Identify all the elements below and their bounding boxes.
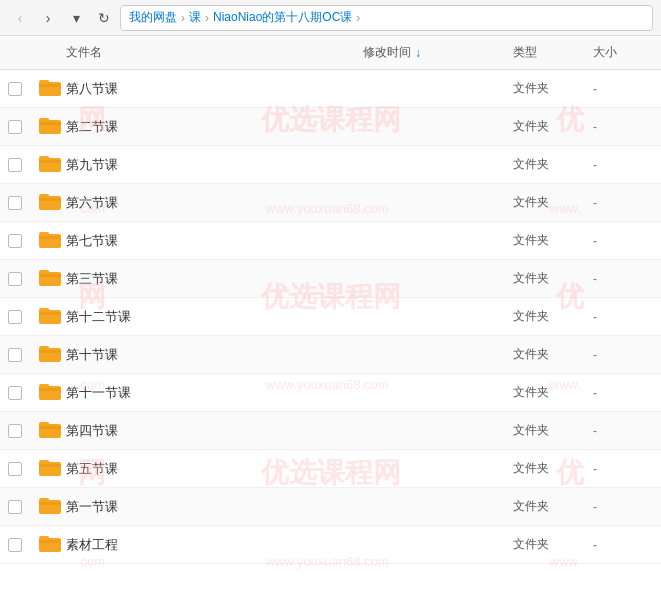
svg-rect-11	[39, 274, 61, 277]
svg-rect-17	[39, 388, 61, 391]
svg-rect-25	[39, 540, 61, 543]
breadcrumb-ke[interactable]: 课	[189, 9, 201, 26]
table-row[interactable]: 第二节课文件夹-	[0, 108, 661, 146]
file-name: 第七节课	[66, 232, 363, 250]
file-name: 第二节课	[66, 118, 363, 136]
file-size: -	[593, 310, 653, 324]
table-row[interactable]: 第十节课文件夹-	[0, 336, 661, 374]
file-checkbox[interactable]	[8, 424, 22, 438]
table-row[interactable]: 第一节课文件夹-	[0, 488, 661, 526]
dropdown-button[interactable]: ▾	[64, 6, 88, 30]
file-type: 文件夹	[513, 118, 593, 135]
breadcrumb-sep-3: ›	[356, 11, 360, 25]
header-size[interactable]: 大小	[593, 44, 653, 61]
breadcrumb-course[interactable]: NiaoNiao的第十八期OC课	[213, 9, 352, 26]
table-row[interactable]: 第十二节课文件夹-	[0, 298, 661, 336]
file-size: -	[593, 386, 653, 400]
file-type: 文件夹	[513, 460, 593, 477]
table-row[interactable]: 第十一节课文件夹-	[0, 374, 661, 412]
file-name: 第九节课	[66, 156, 363, 174]
svg-rect-7	[39, 198, 61, 201]
breadcrumb-sep-2: ›	[205, 11, 209, 25]
svg-rect-19	[39, 426, 61, 429]
nav-bar: ‹ › ▾ ↻ 我的网盘 › 课 › NiaoNiao的第十八期OC课 ›	[0, 0, 661, 36]
breadcrumb-sep-1: ›	[181, 11, 185, 25]
folder-icon	[38, 305, 62, 325]
folder-icon	[38, 153, 62, 173]
refresh-button[interactable]: ↻	[92, 6, 116, 30]
file-checkbox[interactable]	[8, 272, 22, 286]
table-header: 文件名 修改时间 ↓ 类型 大小	[0, 36, 661, 70]
file-name: 素材工程	[66, 536, 363, 554]
header-filename[interactable]: 文件名	[66, 44, 363, 61]
file-type: 文件夹	[513, 346, 593, 363]
file-name: 第十二节课	[66, 308, 363, 326]
table-row[interactable]: 第九节课文件夹-	[0, 146, 661, 184]
file-name: 第十节课	[66, 346, 363, 364]
file-checkbox[interactable]	[8, 462, 22, 476]
file-rows-container: 第八节课文件夹-第二节课文件夹-第九节课文件夹-第六节课文件夹-第七节课文件夹-…	[0, 70, 661, 564]
file-type: 文件夹	[513, 232, 593, 249]
file-size: -	[593, 158, 653, 172]
file-checkbox[interactable]	[8, 348, 22, 362]
file-name: 第六节课	[66, 194, 363, 212]
file-type: 文件夹	[513, 194, 593, 211]
file-checkbox[interactable]	[8, 234, 22, 248]
file-size: -	[593, 500, 653, 514]
table-row[interactable]: 第八节课文件夹-	[0, 70, 661, 108]
file-checkbox[interactable]	[8, 158, 22, 172]
file-type: 文件夹	[513, 498, 593, 515]
header-modified[interactable]: 修改时间 ↓	[363, 44, 513, 61]
svg-rect-5	[39, 160, 61, 163]
file-checkbox[interactable]	[8, 500, 22, 514]
file-size: -	[593, 424, 653, 438]
file-checkbox[interactable]	[8, 120, 22, 134]
breadcrumb-mydisk[interactable]: 我的网盘	[129, 9, 177, 26]
file-type: 文件夹	[513, 156, 593, 173]
svg-rect-21	[39, 464, 61, 467]
file-type: 文件夹	[513, 422, 593, 439]
file-name: 第八节课	[66, 80, 363, 98]
file-type: 文件夹	[513, 270, 593, 287]
folder-icon	[38, 381, 62, 401]
file-type: 文件夹	[513, 536, 593, 553]
folder-icon	[38, 191, 62, 211]
file-name: 第十一节课	[66, 384, 363, 402]
folder-icon	[38, 229, 62, 249]
file-size: -	[593, 348, 653, 362]
file-checkbox[interactable]	[8, 310, 22, 324]
table-row[interactable]: 第三节课文件夹-	[0, 260, 661, 298]
svg-rect-13	[39, 312, 61, 315]
header-type[interactable]: 类型	[513, 44, 593, 61]
file-type: 文件夹	[513, 384, 593, 401]
table-row[interactable]: 第六节课文件夹-	[0, 184, 661, 222]
table-row[interactable]: 素材工程文件夹-	[0, 526, 661, 564]
table-row[interactable]: 第五节课文件夹-	[0, 450, 661, 488]
back-button[interactable]: ‹	[8, 6, 32, 30]
folder-icon	[38, 115, 62, 135]
folder-icon	[38, 495, 62, 515]
file-size: -	[593, 462, 653, 476]
breadcrumb: 我的网盘 › 课 › NiaoNiao的第十八期OC课 ›	[120, 5, 653, 31]
svg-rect-15	[39, 350, 61, 353]
file-name: 第三节课	[66, 270, 363, 288]
forward-button[interactable]: ›	[36, 6, 60, 30]
table-row[interactable]: 第七节课文件夹-	[0, 222, 661, 260]
table-row[interactable]: 第四节课文件夹-	[0, 412, 661, 450]
svg-rect-9	[39, 236, 61, 239]
folder-icon	[38, 77, 62, 97]
svg-rect-3	[39, 122, 61, 125]
file-checkbox[interactable]	[8, 196, 22, 210]
file-list: 网 优选课程网 优 com www.youxuan68.com www. 网 优…	[0, 70, 661, 600]
file-size: -	[593, 538, 653, 552]
file-checkbox[interactable]	[8, 82, 22, 96]
file-size: -	[593, 196, 653, 210]
file-name: 第五节课	[66, 460, 363, 478]
folder-icon	[38, 419, 62, 439]
file-checkbox[interactable]	[8, 386, 22, 400]
file-checkbox[interactable]	[8, 538, 22, 552]
folder-icon	[38, 533, 62, 553]
folder-icon	[38, 267, 62, 287]
file-type: 文件夹	[513, 80, 593, 97]
file-type: 文件夹	[513, 308, 593, 325]
